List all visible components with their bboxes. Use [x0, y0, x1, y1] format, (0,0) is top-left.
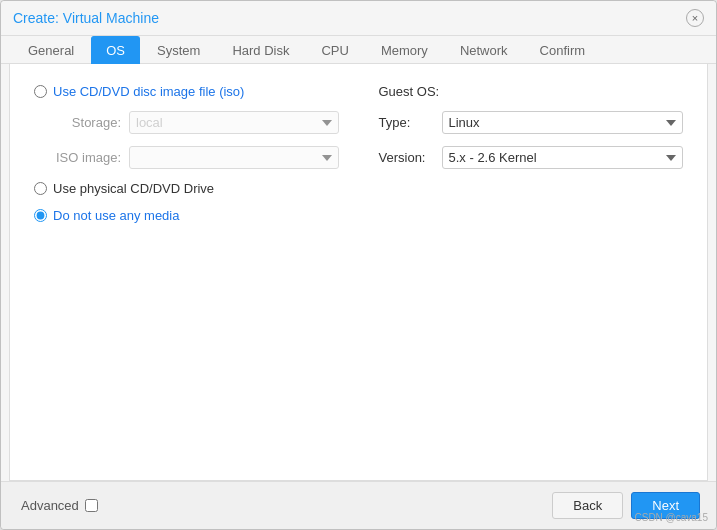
tab-os[interactable]: OS [91, 36, 140, 64]
title-bar: Create: Virtual Machine × [1, 1, 716, 36]
content-inner: Use CD/DVD disc image file (iso) Storage… [34, 84, 683, 223]
dialog-title: Create: Virtual Machine [13, 10, 159, 26]
left-panel: Use CD/DVD disc image file (iso) Storage… [34, 84, 339, 223]
content-area: Use CD/DVD disc image file (iso) Storage… [9, 64, 708, 481]
back-button[interactable]: Back [552, 492, 623, 519]
dialog: Create: Virtual Machine × General OS Sys… [0, 0, 717, 530]
radio-cd-option[interactable]: Use CD/DVD disc image file (iso) [34, 84, 339, 99]
tab-bar: General OS System Hard Disk CPU Memory N… [1, 36, 716, 64]
radio-physical-input[interactable] [34, 182, 47, 195]
radio-cd-label: Use CD/DVD disc image file (iso) [53, 84, 244, 99]
guest-os-title: Guest OS: [379, 84, 684, 99]
storage-select[interactable]: local [129, 111, 339, 134]
close-icon: × [692, 12, 698, 24]
type-label: Type: [379, 115, 434, 130]
tab-network[interactable]: Network [445, 36, 523, 64]
type-select[interactable]: Linux [442, 111, 684, 134]
tab-hard-disk[interactable]: Hard Disk [217, 36, 304, 64]
radio-physical-option[interactable]: Use physical CD/DVD Drive [34, 181, 339, 196]
tab-system[interactable]: System [142, 36, 215, 64]
advanced-label: Advanced [21, 498, 79, 513]
radio-physical-label: Use physical CD/DVD Drive [53, 181, 214, 196]
tab-memory[interactable]: Memory [366, 36, 443, 64]
watermark: CSDN @cava15 [634, 512, 708, 523]
storage-label: Storage: [56, 115, 121, 130]
advanced-checkbox[interactable] [85, 499, 98, 512]
radio-cd-input[interactable] [34, 85, 47, 98]
footer-advanced-section: Advanced [17, 498, 98, 513]
footer: Advanced Back Next [1, 481, 716, 529]
iso-image-select[interactable] [129, 146, 338, 169]
right-panel: Guest OS: Type: Linux Version: 5.x - 2.6… [379, 84, 684, 223]
version-select[interactable]: 5.x - 2.6 Kernel [442, 146, 684, 169]
storage-field-row: Storage: local [34, 111, 339, 134]
close-button[interactable]: × [686, 9, 704, 27]
version-label: Version: [379, 150, 434, 165]
radio-none-input[interactable] [34, 209, 47, 222]
tab-general[interactable]: General [13, 36, 89, 64]
type-field-row: Type: Linux [379, 111, 684, 134]
tab-confirm[interactable]: Confirm [525, 36, 601, 64]
iso-field-row: ISO image: [34, 146, 339, 169]
radio-none-option[interactable]: Do not use any media [34, 208, 339, 223]
iso-image-label: ISO image: [56, 150, 121, 165]
version-field-row: Version: 5.x - 2.6 Kernel [379, 146, 684, 169]
radio-none-label: Do not use any media [53, 208, 179, 223]
tab-cpu[interactable]: CPU [306, 36, 363, 64]
